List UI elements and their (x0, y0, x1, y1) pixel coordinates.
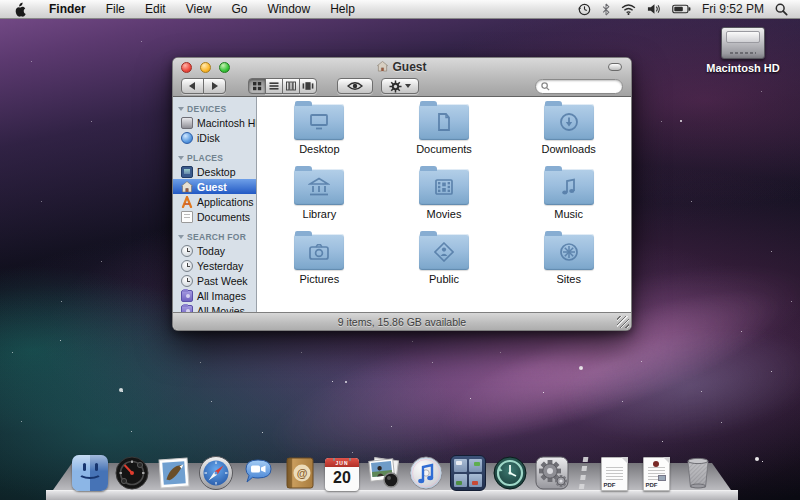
search-input[interactable] (553, 81, 617, 92)
folder-public[interactable]: Public (382, 234, 507, 299)
folder-downloads[interactable]: Downloads (506, 104, 631, 169)
back-button[interactable] (181, 78, 204, 94)
menu-finder[interactable]: Finder (39, 0, 96, 19)
dock-ical-icon[interactable]: JUN 20 (324, 455, 360, 491)
sidebar-section-devices[interactable]: DEVICES (173, 101, 256, 115)
view-mode-control (248, 78, 317, 94)
menu-edit[interactable]: Edit (135, 0, 176, 19)
dock-address-book-icon[interactable]: @ (282, 455, 318, 491)
dock-pdf-document-2-icon[interactable]: PDF (638, 455, 674, 491)
dock: @ JUN 20 (0, 438, 800, 500)
forward-button[interactable] (203, 78, 226, 94)
ical-month: JUN (325, 458, 359, 467)
dock-mail-icon[interactable] (156, 455, 192, 491)
dock-trash-icon[interactable] (680, 455, 716, 491)
toolbar-toggle-button[interactable] (608, 63, 622, 71)
disclosure-triangle-icon[interactable] (178, 107, 184, 114)
dock-spaces-icon[interactable] (450, 455, 486, 491)
sidebar-item-guest[interactable]: Guest (173, 179, 256, 194)
menu-window[interactable]: Window (258, 0, 321, 19)
pdf-image-thumb (658, 475, 666, 481)
menu-bar-left: Finder File Edit View Go Window Help (0, 0, 365, 18)
disclosure-triangle-icon[interactable] (178, 235, 184, 242)
sidebar-item-desktop[interactable]: Desktop (173, 164, 256, 179)
dock-ichat-icon[interactable] (240, 455, 276, 491)
battery-menu-icon[interactable] (672, 4, 691, 14)
desktop-icon (181, 166, 193, 178)
sidebar-item-idisk[interactable]: iDisk (173, 130, 256, 145)
time-machine-menu-icon[interactable] (578, 3, 591, 16)
menu-bar-clock[interactable]: Fri 9:52 PM (702, 2, 764, 16)
dock-dashboard-icon[interactable] (114, 455, 150, 491)
dock-iphoto-icon[interactable] (366, 455, 402, 491)
quick-look-button[interactable] (337, 78, 373, 94)
apple-menu[interactable] (0, 2, 39, 17)
folder-pictures[interactable]: Pictures (257, 234, 382, 299)
apple-logo-icon (14, 2, 27, 17)
column-view-button[interactable] (282, 78, 300, 94)
menu-file[interactable]: File (96, 0, 135, 19)
folder-music[interactable]: Music (506, 169, 631, 234)
folder-library[interactable]: Library (257, 169, 382, 234)
icon-view-button[interactable] (248, 78, 266, 94)
status-bar: 9 items, 15.86 GB available (173, 312, 631, 330)
hard-drive-icon (181, 117, 193, 129)
sidebar-item-label: Documents (197, 211, 250, 223)
volume-menu-icon[interactable] (647, 3, 661, 15)
sidebar-item-past-week[interactable]: Past Week (173, 273, 256, 288)
sidebar-item-all-movies[interactable]: All Movies (173, 303, 256, 312)
sidebar-item-label: Yesterday (197, 260, 243, 272)
status-text: 9 items, 15.86 GB available (338, 316, 466, 328)
menu-view[interactable]: View (176, 0, 222, 19)
folder-desktop[interactable]: Desktop (257, 104, 382, 169)
film-glyph-icon (419, 169, 469, 205)
sidebar-item-yesterday[interactable]: Yesterday (173, 258, 256, 273)
sidebar-item-label: iDisk (197, 132, 220, 144)
folder-movies[interactable]: Movies (382, 169, 507, 234)
pdf-page: PDF (601, 457, 628, 491)
section-title: PLACES (187, 153, 223, 163)
desktop-icon-macintosh-hd[interactable]: Macintosh HD (703, 27, 783, 74)
folder-label: Movies (427, 208, 462, 220)
menu-help[interactable]: Help (320, 0, 365, 19)
titlebar[interactable]: Guest (173, 58, 631, 75)
resize-grip[interactable] (617, 316, 629, 328)
idisk-icon (181, 132, 193, 144)
dock-itunes-icon[interactable] (408, 455, 444, 491)
bluetooth-menu-icon[interactable] (602, 3, 610, 16)
dock-safari-icon[interactable] (198, 455, 234, 491)
menu-bar-right: Fri 9:52 PM (578, 2, 800, 16)
list-view-button[interactable] (265, 78, 283, 94)
disclosure-triangle-icon[interactable] (178, 156, 184, 163)
folder-icon (544, 169, 594, 205)
sidebar-item-documents[interactable]: Documents (173, 209, 256, 224)
hard-drive-label: Macintosh HD (703, 62, 783, 74)
dock-time-machine-icon[interactable] (492, 455, 528, 491)
sidebar-item-macintosh-hd[interactable]: Macintosh HD (173, 115, 256, 130)
action-button[interactable] (381, 78, 419, 94)
dock-finder-icon[interactable] (72, 455, 108, 491)
menu-go[interactable]: Go (222, 0, 258, 19)
folder-documents[interactable]: Documents (382, 104, 507, 169)
dock-system-preferences-icon[interactable] (534, 455, 570, 491)
sidebar-section-places[interactable]: PLACES (173, 150, 256, 164)
folder-label: Public (429, 273, 459, 285)
sidebar-item-all-images[interactable]: All Images (173, 288, 256, 303)
search-field[interactable] (535, 79, 623, 94)
clock-icon (181, 275, 193, 287)
home-icon (181, 181, 193, 193)
folder-label: Desktop (299, 143, 339, 155)
back-arrow-icon (185, 82, 195, 90)
sidebar-item-applications[interactable]: Applications (173, 194, 256, 209)
sidebar-item-label: Desktop (197, 166, 236, 178)
folder-sites[interactable]: Sites (506, 234, 631, 299)
sidebar-item-label: All Movies (197, 305, 245, 313)
sidebar-item-today[interactable]: Today (173, 243, 256, 258)
spotlight-icon[interactable] (775, 3, 788, 16)
coverflow-view-button[interactable] (299, 78, 317, 94)
sidebar-section-search-for[interactable]: SEARCH FOR (173, 229, 256, 243)
window-body: DEVICES Macintosh HD iDisk PLACES Deskto… (173, 97, 631, 312)
dock-pdf-document-icon[interactable]: PDF (596, 455, 632, 491)
sidebar-item-label: All Images (197, 290, 246, 302)
wifi-menu-icon[interactable] (621, 4, 636, 15)
